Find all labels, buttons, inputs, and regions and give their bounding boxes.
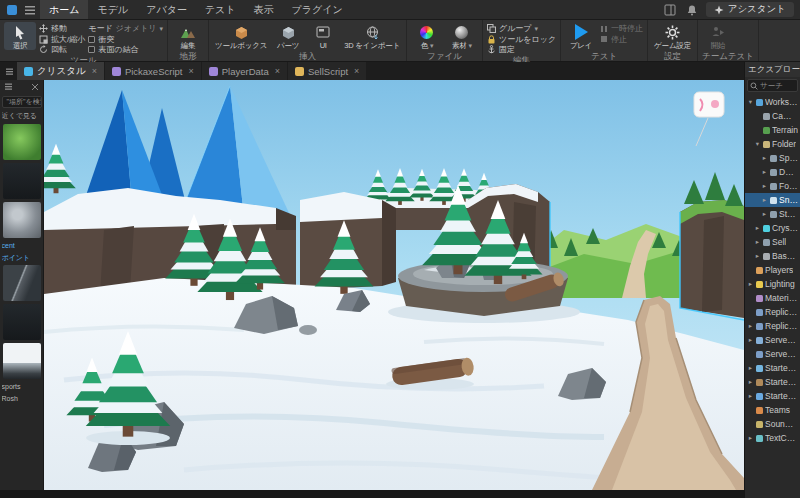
color-button[interactable]: 色 ▾ [411, 22, 443, 50]
layout-icon[interactable] [662, 2, 678, 18]
explorer-item-terrain[interactable]: Terrain [745, 123, 800, 137]
quick-access-icon[interactable] [22, 2, 38, 18]
join-surfaces-checkbox[interactable]: 表面の結合 [88, 45, 163, 55]
explorer-item-snow[interactable]: ▸Snow [745, 193, 800, 207]
expand-arrow[interactable]: ▸ [761, 210, 768, 218]
expand-arrow[interactable]: ▸ [747, 280, 754, 288]
explorer-item-crystal[interactable]: ▸Crystal [745, 221, 800, 235]
ribbon-tab-plugins[interactable]: プラグイン [283, 0, 352, 19]
ui-button[interactable]: UI [307, 22, 339, 50]
collisions-checkbox[interactable]: 衝突 [88, 35, 163, 45]
valley-frame-cliff-right[interactable] [680, 172, 744, 318]
tab-list-icon[interactable] [2, 62, 16, 80]
explorer-item-desert[interactable]: ▸Desert [745, 165, 800, 179]
expand-arrow[interactable]: ▸ [747, 434, 754, 442]
expand-arrow[interactable]: ▸ [747, 364, 754, 372]
ribbon-tab-view[interactable]: 表示 [245, 0, 283, 19]
notifications-icon[interactable] [684, 2, 700, 18]
move-tool-button[interactable]: 移動 [39, 24, 85, 34]
tab-crystal[interactable]: クリスタル × [17, 62, 104, 80]
import-3d-button[interactable]: 3D をインポート [342, 22, 402, 50]
ribbon-tab-avatar[interactable]: アバター [137, 0, 196, 19]
explorer-item-starterpack[interactable]: ▸StarterPack [745, 375, 800, 389]
close-icon[interactable]: × [354, 66, 359, 76]
game-settings-button[interactable]: ゲーム設定 [652, 22, 693, 50]
explorer-item-teams[interactable]: Teams [745, 403, 800, 417]
expand-arrow[interactable]: ▸ [754, 252, 761, 260]
expand-arrow[interactable]: ▾ [747, 98, 754, 106]
tab-sellscript[interactable]: SellScript × [288, 62, 366, 80]
explorer-item-startergui[interactable]: ▸StarterGui [745, 361, 800, 375]
rotate-tool-button[interactable]: 回転 [39, 45, 85, 55]
expand-arrow[interactable]: ▸ [754, 238, 761, 246]
anchor-button[interactable]: 固定 [487, 45, 556, 55]
ribbon-tab-model[interactable]: モデル [88, 0, 137, 19]
ribbon-tab-home[interactable]: ホーム [40, 0, 88, 19]
studio-logo-icon[interactable] [4, 2, 20, 18]
terrain-edit-button[interactable]: 編集 [172, 22, 204, 50]
expand-arrow[interactable]: ▸ [761, 168, 768, 176]
play-button[interactable]: プレイ [565, 22, 597, 50]
toolbox-search-input[interactable]: "場所"を検索 [2, 96, 42, 108]
toolbox-asset-thumbnail[interactable] [3, 343, 41, 379]
toolbox-asset-caption[interactable]: ポイント [2, 253, 42, 262]
group-button[interactable]: グループ ▾ [487, 24, 556, 34]
explorer-item-stone[interactable]: ▸Stone [745, 207, 800, 221]
explorer-item-camera[interactable]: Camera [745, 109, 800, 123]
toolbox-asset-thumbnail[interactable] [3, 304, 41, 340]
expand-arrow[interactable]: ▸ [761, 196, 768, 204]
team-test-start-button[interactable]: 開始 [702, 22, 734, 50]
expand-arrow[interactable]: ▾ [754, 140, 761, 148]
expand-arrow[interactable]: ▸ [761, 182, 768, 190]
toolbox-asset-caption[interactable]: cent [2, 241, 42, 250]
expand-arrow[interactable]: ▸ [747, 392, 754, 400]
explorer-item-baseplate[interactable]: ▸Baseplate [745, 249, 800, 263]
explorer-item-starterplayer[interactable]: ▸StarterPlayer [745, 389, 800, 403]
explorer-item-materialservice[interactable]: MaterialService [745, 291, 800, 305]
explorer-item-sell[interactable]: ▸Sell [745, 235, 800, 249]
explorer-item-soundservice[interactable]: SoundService [745, 417, 800, 431]
explorer-item-players[interactable]: Players [745, 263, 800, 277]
toolbox-close-icon[interactable] [31, 82, 39, 93]
explorer-item-replicatedstorage[interactable]: ▸ReplicatedStorage [745, 319, 800, 333]
explorer-item-folder[interactable]: ▾Folder [745, 137, 800, 151]
ribbon-tab-test[interactable]: テスト [196, 0, 245, 19]
scale-tool-button[interactable]: 拡大/縮小 [39, 35, 85, 45]
viewport-3d[interactable] [44, 80, 744, 490]
toolbox-menu-icon[interactable] [4, 82, 13, 93]
toolbox-asset-thumbnail[interactable] [3, 265, 41, 301]
explorer-item-replicatedfirst[interactable]: ReplicatedFirst [745, 305, 800, 319]
explorer-item-serverscriptservice[interactable]: ▸ServerScriptService [745, 333, 800, 347]
close-icon[interactable]: × [275, 66, 280, 76]
explorer-item-workspace[interactable]: ▾Workspace [745, 95, 800, 109]
expand-arrow[interactable]: ▸ [747, 322, 754, 330]
explorer-item-serverstorage[interactable]: ServerStorage [745, 347, 800, 361]
stop-button[interactable]: 停止 [600, 35, 643, 45]
close-icon[interactable]: × [188, 66, 193, 76]
mode-dropdown[interactable]: モード ジオメトリ ▾ [88, 24, 163, 34]
toolbox-button[interactable]: ツールボックス [213, 22, 269, 50]
expand-arrow[interactable]: ▸ [761, 154, 768, 162]
expand-arrow[interactable]: ▸ [754, 224, 761, 232]
assistant-button[interactable]: アシスタント [706, 2, 794, 17]
expand-arrow[interactable]: ▸ [747, 378, 754, 386]
select-tool-button[interactable]: 選択 [4, 22, 36, 50]
explorer-item-spawnlocation[interactable]: ▸SpawnLocation [745, 151, 800, 165]
material-button[interactable]: 素材 ▾ [446, 22, 478, 50]
close-icon[interactable]: × [92, 66, 97, 76]
pause-button[interactable]: 一時停止 [600, 24, 643, 34]
explorer-item-textchatservice[interactable]: ▸TextChatService [745, 431, 800, 445]
tab-playerdata[interactable]: PlayerData × [202, 62, 287, 80]
color-wheel-icon [420, 26, 433, 39]
explorer-search-input[interactable]: サーチ [747, 79, 798, 92]
tab-pickaxescript[interactable]: PickaxeScript × [105, 62, 201, 80]
explorer-item-lighting[interactable]: ▸Lighting [745, 277, 800, 291]
explorer-item-forest[interactable]: ▸Forest [745, 179, 800, 193]
players-icon [756, 267, 763, 274]
toolbox-asset-thumbnail[interactable] [3, 202, 41, 238]
lock-tool-button[interactable]: ツールをロック [487, 35, 556, 45]
toolbox-asset-thumbnail[interactable] [3, 124, 41, 160]
parts-button[interactable]: パーツ [272, 22, 304, 50]
expand-arrow[interactable]: ▸ [747, 336, 754, 344]
toolbox-asset-thumbnail[interactable] [3, 163, 41, 199]
